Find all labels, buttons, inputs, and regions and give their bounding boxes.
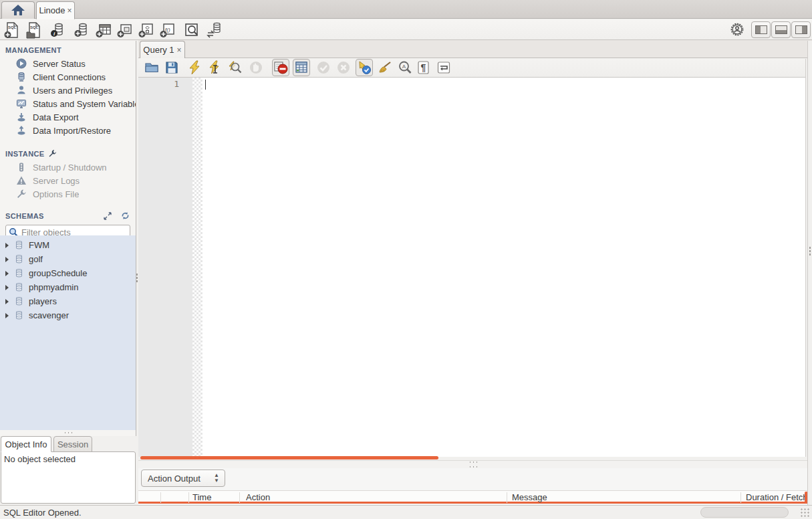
column-header-duration[interactable]: Duration / Fetch (746, 492, 806, 502)
instance-wrench-icon (48, 149, 57, 158)
toggle-word-wrap-icon[interactable] (436, 60, 451, 75)
create-table-icon[interactable] (95, 21, 112, 39)
expander-icon[interactable] (5, 285, 9, 290)
sidebar-item-server-logs[interactable]: Server Logs (0, 174, 136, 187)
mysql-workbench-window: Linode × SQL SQL i f() (0, 0, 812, 519)
new-sql-tab-icon[interactable]: SQL (3, 21, 21, 39)
schema-name: FWM (29, 240, 49, 250)
sidebar-item-data-import[interactable]: Data Import/Restore (0, 124, 136, 137)
server-status-icon (16, 58, 27, 69)
object-info-content: No object selected (1, 451, 136, 504)
tab-query-1[interactable]: Query 1 × (140, 41, 185, 58)
home-tab[interactable] (1, 1, 35, 19)
output-panel: Action Output ▲▼ Time Action Message Dur… (138, 468, 812, 505)
clear-query-icon[interactable] (378, 60, 392, 75)
schema-icon (14, 268, 24, 278)
sidebar-item-label: Data Export (33, 112, 79, 122)
expander-icon[interactable] (5, 257, 9, 262)
data-export-icon (16, 112, 27, 122)
schema-row-players[interactable]: players (0, 294, 136, 308)
schema-name: groupSchedule (29, 268, 87, 278)
resize-grip[interactable] (800, 508, 810, 518)
progress-indicator (700, 507, 789, 518)
status-text: SQL Editor Opened. (3, 508, 82, 518)
sidebar-item-label: Data Import/Restore (33, 126, 111, 136)
inspect-database-icon[interactable]: i (49, 21, 67, 39)
sidebar-item-label: Options File (33, 189, 79, 199)
output-view-label: Action Output (148, 474, 200, 484)
column-header-time[interactable]: Time (192, 492, 238, 502)
sidebar-item-data-export[interactable]: Data Export (0, 110, 136, 124)
management-section-title: MANAGEMENT (0, 41, 136, 57)
toggle-right-sidebar-button[interactable] (791, 21, 811, 38)
tab-object-info[interactable]: Object Info (1, 436, 51, 452)
query-tab-bar: Query 1 × (138, 40, 812, 58)
sql-editor-toolbar: A ¶ (138, 58, 807, 78)
create-view-icon[interactable] (116, 21, 134, 39)
sidebar-item-label: Client Connections (33, 72, 106, 82)
sidebar-item-options-file[interactable]: Options File (0, 187, 136, 201)
client-connections-icon (16, 72, 27, 82)
users-privileges-icon (16, 85, 27, 96)
editor-horizontal-scrollbar[interactable] (140, 456, 438, 459)
right-splitter-handle[interactable] (809, 246, 811, 256)
expander-icon[interactable] (5, 299, 9, 304)
refresh-schemas-icon[interactable] (121, 211, 130, 220)
open-file-icon[interactable] (144, 60, 159, 75)
stop-on-error-icon (273, 60, 288, 75)
tab-session[interactable]: Session (53, 436, 92, 452)
toggle-bottom-panel-button[interactable] (771, 21, 791, 38)
splitter-handle[interactable] (468, 461, 479, 463)
sidebar-item-users-privileges[interactable]: Users and Privileges (0, 84, 136, 97)
create-function-icon[interactable]: f() (159, 21, 176, 39)
column-header-message[interactable]: Message (512, 492, 736, 502)
schema-row-golf[interactable]: golf (0, 252, 136, 266)
create-procedure-icon[interactable] (138, 21, 155, 39)
output-view-selector[interactable]: Action Output ▲▼ (141, 470, 225, 487)
expander-icon[interactable] (5, 243, 9, 248)
connection-tab[interactable]: Linode × (36, 1, 75, 19)
create-schema-icon[interactable] (74, 21, 91, 39)
schema-row-phpmyadmin[interactable]: phpmyadmin (0, 280, 136, 294)
commit-icon[interactable] (316, 60, 331, 75)
sidebar-item-startup-shutdown[interactable]: Startup / Shutdown (0, 161, 136, 174)
navigator-sidebar: MANAGEMENT Server Status Client Connecti… (0, 41, 136, 436)
column-header-action[interactable]: Action (246, 492, 503, 502)
sql-editor[interactable]: 1 (138, 78, 805, 457)
schema-name: scavenger (29, 310, 69, 320)
right-panel-splitter[interactable] (807, 41, 812, 505)
schema-row-fwm[interactable]: FWM (0, 238, 136, 252)
close-icon[interactable]: × (177, 45, 182, 55)
sidebar-item-client-connections[interactable]: Client Connections (0, 70, 136, 84)
execute-icon[interactable] (187, 60, 202, 75)
status-bar: SQL Editor Opened. (0, 505, 812, 519)
code-folding-strip (192, 78, 202, 457)
rollback-icon[interactable] (336, 60, 351, 75)
explain-icon[interactable] (227, 60, 242, 75)
toggle-autocommit-button[interactable] (356, 59, 373, 76)
expander-icon[interactable] (5, 271, 9, 276)
expand-schemas-icon[interactable] (104, 212, 112, 220)
reconnect-database-icon[interactable] (206, 21, 223, 39)
expander-icon[interactable] (5, 313, 9, 318)
open-sql-script-icon[interactable]: SQL (25, 21, 43, 39)
sidebar-item-server-status[interactable]: Server Status (0, 57, 136, 70)
stop-execution-icon[interactable] (249, 60, 263, 75)
schema-name: players (29, 296, 57, 306)
schema-row-scavenger[interactable]: scavenger (0, 308, 136, 322)
find-icon[interactable]: A (398, 60, 412, 75)
toggle-left-sidebar-button[interactable] (751, 21, 771, 38)
sidebar-splitter-handle[interactable] (63, 431, 74, 434)
close-icon[interactable]: × (67, 6, 72, 15)
sidebar-item-status-variables[interactable]: Status and System Variables (0, 97, 136, 110)
limit-rows-button[interactable] (293, 59, 310, 76)
toggle-invisible-characters-icon[interactable]: ¶ (416, 60, 431, 75)
data-import-icon (16, 125, 27, 136)
execute-current-statement-icon[interactable] (207, 60, 222, 75)
output-table-header: Time Action Message Duration / Fetch (138, 490, 807, 504)
save-icon[interactable] (164, 60, 179, 75)
schema-row-groupschedule[interactable]: groupSchedule (0, 266, 136, 280)
toggle-stop-on-error-button[interactable] (272, 59, 289, 76)
search-table-data-icon[interactable] (183, 21, 200, 39)
query-tab-label: Query 1 (143, 45, 174, 55)
